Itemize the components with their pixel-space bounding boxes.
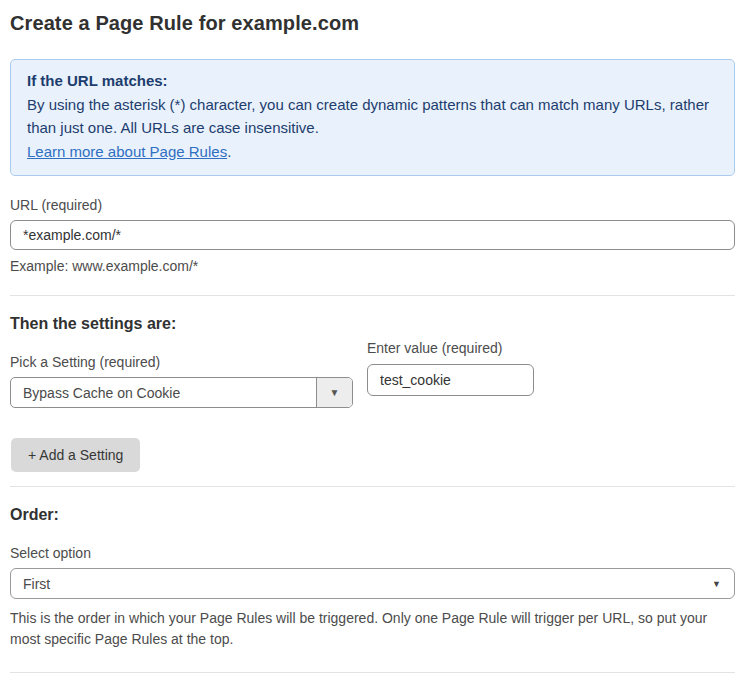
learn-more-link[interactable]: Learn more about Page Rules xyxy=(27,143,227,160)
select-caret-icon: ▼ xyxy=(712,579,721,589)
settings-row: Pick a Setting (required) Bypass Cache o… xyxy=(10,333,735,408)
dropdown-arrow-icon: ▼ xyxy=(330,387,340,398)
value-field-label: Enter value (required) xyxy=(367,340,534,356)
url-field-label: URL (required) xyxy=(10,197,735,213)
setting-value-column: Enter value (required) xyxy=(367,340,534,408)
divider xyxy=(10,486,735,487)
setting-select-label: Pick a Setting (required) xyxy=(10,354,353,370)
create-page-rule-panel: Create a Page Rule for example.com If th… xyxy=(0,0,750,688)
order-select-value: First xyxy=(23,576,50,592)
divider xyxy=(10,672,735,673)
url-input[interactable] xyxy=(10,220,735,250)
setting-dropdown-value: Bypass Cache on Cookie xyxy=(11,378,316,407)
link-suffix: . xyxy=(227,143,231,160)
order-select[interactable]: First ▼ xyxy=(10,568,735,599)
info-box-heading: If the URL matches: xyxy=(27,69,718,93)
info-box-body: By using the asterisk (*) character, you… xyxy=(27,93,718,140)
info-box-link-line: Learn more about Page Rules. xyxy=(27,140,718,164)
order-helper-text: This is the order in which your Page Rul… xyxy=(10,608,730,650)
setting-dropdown-arrow-button[interactable]: ▼ xyxy=(316,378,352,407)
setting-dropdown[interactable]: Bypass Cache on Cookie ▼ xyxy=(10,377,353,408)
page-title: Create a Page Rule for example.com xyxy=(10,12,735,35)
settings-section-heading: Then the settings are: xyxy=(10,315,735,333)
url-field-helper: Example: www.example.com/* xyxy=(10,258,735,274)
url-match-info-box: If the URL matches: By using the asteris… xyxy=(10,59,735,176)
order-select-label: Select option xyxy=(10,545,735,561)
setting-value-input[interactable] xyxy=(367,364,534,396)
add-setting-button[interactable]: + Add a Setting xyxy=(11,438,140,472)
divider xyxy=(10,295,735,296)
setting-select-column: Pick a Setting (required) Bypass Cache o… xyxy=(10,333,353,408)
order-section-heading: Order: xyxy=(10,506,735,524)
